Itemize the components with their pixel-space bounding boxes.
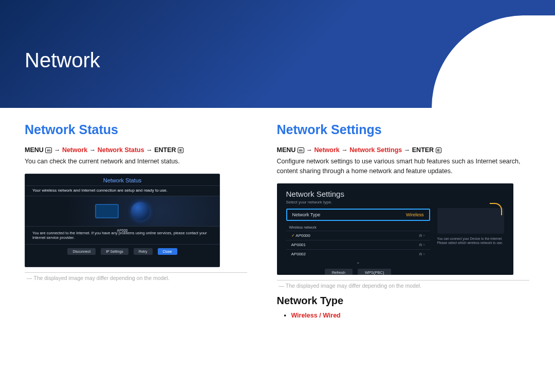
ui-status-visual — [25, 196, 219, 226]
path-enter: ENTER — [412, 146, 434, 154]
path-menu: MENU — [277, 146, 296, 154]
network-type-heading: Network Type — [277, 295, 529, 307]
wifi-icon: ⋒ › — [419, 252, 425, 256]
wifi-icon: ⋒ › — [419, 242, 425, 247]
close-button[interactable]: Close — [158, 248, 177, 255]
wireless-network-label: Wireless network — [286, 224, 430, 231]
settings-screenshot: Network Settings Select your network typ… — [277, 183, 513, 275]
globe-icon — [131, 202, 150, 220]
path-network-settings: Network Settings — [349, 146, 402, 154]
path-arrow: → — [54, 146, 61, 154]
ui-status-buttons: Disconnect IP Settings Retry Close — [25, 245, 219, 258]
network-type-options: • Wireless / Wired — [277, 312, 529, 319]
path-network: Network — [314, 146, 339, 154]
chapter-banner: Network — [0, 0, 555, 108]
footnote-settings: The displayed image may differ depending… — [277, 283, 529, 289]
ap-item[interactable]: AP0002 ⋒ › — [286, 249, 430, 258]
ip-settings-button[interactable]: IP Settings — [101, 248, 128, 255]
wifi-icon: ⋒ › — [419, 233, 425, 238]
disconnect-button[interactable]: Disconnect — [67, 248, 96, 255]
ap-name: AP0001 — [291, 242, 306, 247]
network-type-row[interactable]: Network Type Wireless — [286, 209, 430, 221]
path-network-status: Network Status — [98, 146, 144, 154]
ui-settings-actions: Refresh WPS(PBC) — [286, 267, 430, 275]
ui-status-msg-top: Your wireless network and Internet conne… — [25, 185, 219, 196]
column-network-settings: Network Settings MENU m → Network → Netw… — [277, 122, 529, 319]
tv-icon — [95, 204, 119, 218]
settings-description: Configure network settings to use variou… — [277, 157, 529, 176]
network-type-label: Network Type — [292, 212, 321, 217]
path-arrow: → — [306, 146, 312, 154]
footnote-status: The displayed image may differ depending… — [25, 275, 247, 281]
menu-path-settings: MENU m → Network → Network Settings → EN… — [277, 146, 529, 154]
path-enter: ENTER — [154, 146, 176, 154]
option-wireless: Wireless — [291, 312, 317, 319]
ui-status-header: Network Status — [25, 174, 219, 185]
ap-list: AP0000 ⋒ › AP0001 ⋒ › AP0002 ⋒ › — [286, 231, 430, 258]
chapter-title: Network — [0, 0, 555, 72]
retry-button[interactable]: Retry — [134, 248, 153, 255]
wps-button[interactable]: WPS(PBC) — [358, 269, 392, 275]
network-type-value: Wireless — [406, 212, 424, 217]
bullet-icon: • — [284, 312, 286, 319]
status-description: You can check the current network and In… — [25, 157, 247, 166]
section-heading-settings: Network Settings — [277, 122, 529, 137]
ui-settings-subtitle: Select your network type. — [286, 200, 504, 204]
ap-name: AP0000 — [291, 233, 310, 238]
ui-settings-side: You can connect your Device to the inter… — [437, 208, 504, 246]
menu-path-status: MENU m → Network → Network Status → ENTE… — [25, 146, 247, 154]
path-menu: MENU — [25, 146, 44, 154]
separator — [277, 280, 529, 281]
ap-item[interactable]: AP0001 ⋒ › — [286, 240, 430, 249]
ap-name: AP0002 — [291, 252, 306, 256]
option-wired: Wired — [323, 312, 341, 319]
ap-item[interactable]: AP0000 ⋒ › — [286, 231, 430, 240]
path-arrow: → — [146, 146, 153, 154]
page-content: Network Status MENU m → Network → Networ… — [0, 108, 555, 319]
side-text: You can connect your Device to the inter… — [437, 237, 504, 246]
separator — [25, 272, 247, 273]
ui-settings-title: Network Settings — [286, 190, 504, 198]
status-screenshot: Network Status Your wireless network and… — [25, 174, 220, 267]
device-icon — [437, 208, 504, 234]
enter-icon: E — [436, 147, 441, 153]
menu-icon: m — [45, 147, 52, 153]
column-network-status: Network Status MENU m → Network → Networ… — [25, 122, 247, 319]
ui-status-ap: AP000 — [25, 229, 219, 232]
path-arrow: → — [404, 146, 411, 154]
section-heading-status: Network Status — [25, 122, 247, 137]
refresh-button[interactable]: Refresh — [325, 269, 353, 275]
path-arrow: → — [341, 146, 348, 154]
option-sep: / — [318, 312, 323, 319]
chevron-down-icon[interactable]: ⌄ — [286, 258, 430, 267]
menu-icon: m — [298, 147, 304, 153]
path-network: Network — [62, 146, 87, 154]
enter-icon: E — [178, 147, 183, 153]
path-arrow: → — [89, 146, 96, 154]
